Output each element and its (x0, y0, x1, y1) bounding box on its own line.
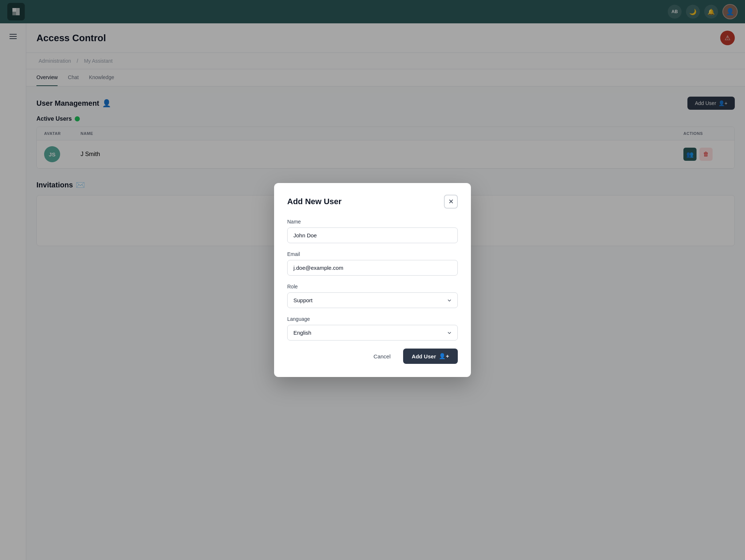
role-form-group: Role Admin Support Viewer (287, 284, 458, 308)
submit-add-user-button[interactable]: Add User 👤+ (403, 349, 458, 364)
email-label: Email (287, 251, 458, 257)
language-select[interactable]: English Spanish French German (287, 325, 458, 341)
modal-header: Add New User ✕ (287, 195, 458, 209)
language-form-group: Language English Spanish French German (287, 316, 458, 341)
modal-footer: Cancel Add User 👤+ (287, 349, 458, 364)
email-form-group: Email (287, 251, 458, 276)
name-label: Name (287, 219, 458, 225)
email-input[interactable] (287, 260, 458, 276)
modal-overlay[interactable]: Add New User ✕ Name Email Role Admin Sup… (0, 0, 745, 560)
modal-close-button[interactable]: ✕ (444, 195, 458, 209)
role-label: Role (287, 284, 458, 289)
role-select[interactable]: Admin Support Viewer (287, 292, 458, 308)
language-label: Language (287, 316, 458, 322)
name-form-group: Name (287, 219, 458, 243)
name-input[interactable] (287, 228, 458, 243)
add-user-modal: Add New User ✕ Name Email Role Admin Sup… (274, 183, 471, 377)
cancel-button[interactable]: Cancel (367, 350, 397, 363)
modal-title: Add New User (287, 197, 342, 206)
submit-icon: 👤+ (439, 353, 449, 359)
close-icon: ✕ (448, 198, 454, 206)
